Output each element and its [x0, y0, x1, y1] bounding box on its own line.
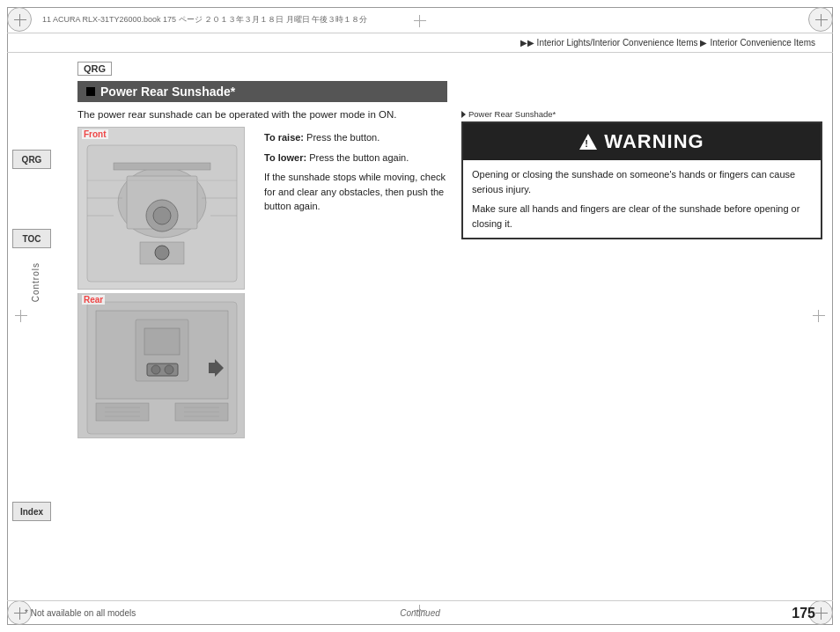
controls-label: Controls: [31, 262, 41, 302]
svg-rect-7: [114, 163, 210, 170]
raise-instruction: To raise: Press the button.: [264, 130, 447, 145]
two-column-layout: The power rear sunshade can be operated …: [77, 109, 822, 438]
warning-triangle-icon: [579, 134, 597, 150]
warning-title-text: WARNING: [604, 130, 704, 153]
lower-instruction: To lower: Press the button again.: [264, 151, 447, 165]
raise-label: To raise:: [264, 132, 304, 143]
top-meta-bar: 11 ACURA RLX-31TY26000.book 175 ページ ２０１３…: [7, 7, 833, 33]
index-button[interactable]: Index: [12, 502, 51, 521]
warning-ref-line: Power Rear Sunshade*: [461, 109, 822, 119]
breadcrumb-bar: ▶▶ Interior Lights/Interior Convenience …: [7, 33, 833, 53]
ref-arrow-icon: [461, 111, 466, 118]
qrg-button[interactable]: QRG: [12, 150, 51, 169]
breadcrumb-arrow1: ▶▶: [520, 38, 534, 48]
left-column: The power rear sunshade can be operated …: [77, 109, 447, 438]
warning-body: Opening or closing the sunshade on someo…: [463, 160, 821, 238]
warning-title-bar: WARNING: [463, 123, 821, 160]
svg-point-19: [165, 365, 173, 374]
svg-rect-16: [144, 328, 180, 355]
section-title-bar: Power Rear Sunshade*: [77, 81, 447, 102]
warning-text-1: Opening or closing the sunshade on someo…: [472, 167, 812, 196]
raise-text: Press the button.: [306, 132, 379, 143]
page-number: 175: [792, 606, 815, 621]
section-title-text: Power Rear Sunshade*: [100, 85, 235, 99]
lower-label: To lower:: [264, 152, 306, 163]
index-btn-label[interactable]: Index: [12, 502, 51, 521]
obstacle-instruction: If the sunshade stops while moving, chec…: [264, 170, 447, 214]
svg-point-18: [151, 365, 160, 374]
svg-point-4: [153, 207, 171, 224]
breadcrumb-separator: ▶: [700, 38, 707, 48]
front-car-image: Front: [77, 127, 245, 290]
warning-ref-text: Power Rear Sunshade*: [468, 109, 556, 119]
toc-btn-label[interactable]: TOC: [12, 229, 51, 248]
main-content: QRG Power Rear Sunshade* The power rear …: [67, 55, 833, 601]
warning-box: WARNING Opening or closing the sunshade …: [461, 121, 822, 239]
qrg-btn-label[interactable]: QRG: [12, 150, 51, 169]
front-car-svg: [78, 128, 245, 290]
toc-button[interactable]: TOC: [12, 229, 51, 248]
lower-text: Press the button again.: [309, 152, 409, 163]
right-column: Power Rear Sunshade* WARNING Opening or …: [461, 109, 822, 438]
instructions-text: To raise: Press the button. To lower: Pr…: [264, 127, 447, 438]
left-sidebar: QRG TOC Controls Index Home: [9, 53, 62, 601]
rear-car-image: Rear: [77, 293, 245, 438]
title-square-icon: [86, 87, 95, 96]
svg-point-6: [155, 246, 169, 260]
rear-label: Rear: [82, 295, 105, 305]
bottom-bar: * Not available on all models Continued …: [7, 600, 833, 625]
top-meta-text: 11 ACURA RLX-31TY26000.book 175 ページ ２０１３…: [42, 14, 367, 26]
controls-label-container: Controls: [9, 255, 62, 302]
image-stack: Front: [77, 127, 245, 438]
rear-car-svg: [78, 293, 245, 438]
images-instructions-row: Front: [77, 127, 447, 438]
qrg-badge: QRG: [77, 62, 112, 76]
front-label: Front: [82, 129, 108, 139]
bottom-continued: Continued: [400, 608, 440, 618]
breadcrumb-part1: Interior Lights/Interior Convenience Ite…: [537, 38, 698, 48]
breadcrumb-part2: Interior Convenience Items: [710, 38, 815, 48]
warning-text-2: Make sure all hands and fingers are clea…: [472, 202, 812, 231]
intro-text: The power rear sunshade can be operated …: [77, 109, 447, 120]
